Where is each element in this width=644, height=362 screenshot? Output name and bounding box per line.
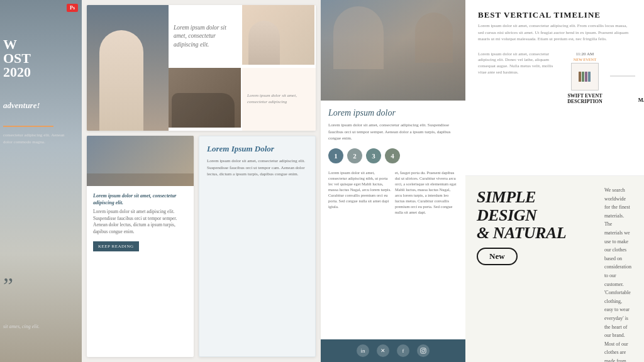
newsletter-col2: et, fauget porta du. Praesent dapibus du… bbox=[395, 170, 458, 326]
ps-badge: Ps bbox=[67, 4, 78, 12]
design-body-text: We search worldwide for the finest mater… bbox=[604, 186, 631, 362]
design-section: SIMPLE DESIGN& NATURAL New We search wor… bbox=[465, 176, 644, 362]
card-bottom-row: Lorem ipsum dolor sit amet, consectetur … bbox=[87, 136, 316, 357]
svg-rect-5 bbox=[585, 72, 587, 82]
event1-time: 11:20 AM bbox=[576, 52, 594, 57]
left-body: consectetur adipiscing elit. Aenean dolo… bbox=[3, 132, 72, 145]
timeline-title: BEST VERTICAL TIMELINE bbox=[478, 10, 631, 20]
left-panel-title: WOST2020 bbox=[3, 38, 31, 79]
lorem-card-body: Lorem ipsum dolor sit amet, consectetur … bbox=[207, 158, 308, 178]
left-divider bbox=[3, 126, 53, 127]
left-tagline: adventure! bbox=[3, 101, 40, 111]
design-heading: SIMPLE DESIGN& NATURAL bbox=[477, 189, 580, 243]
timeline-layout: Lorem ipsum dolor sit amet, consectetur … bbox=[478, 52, 631, 170]
blog-body: Lorem ipsum dolor sit amet adipiscing el… bbox=[93, 209, 187, 235]
event1-new: NEW EVENT bbox=[574, 58, 596, 62]
timeline-event2-col: 5:40 PM NEW EVENT MAJOR EVENT NAME HERE bbox=[635, 52, 644, 109]
card-top-text-block-2: Lorem ipsum dolor sit amet, consectetur … bbox=[242, 68, 316, 131]
card-lorem: Lorem Ipsum Dolor Lorem ipsum dolor sit … bbox=[199, 136, 316, 357]
twitter-icon[interactable]: ✕ bbox=[377, 344, 389, 357]
newsletter-title: Lorem ipsum dolor bbox=[328, 108, 458, 118]
card-top-photo-2 bbox=[242, 5, 314, 65]
timeline-left-desc: Lorem ipsum dolor sit amet, consectetur … bbox=[478, 52, 555, 76]
timeline-event1-col: 11:20 AM NEW EVENT SWIFT EVENT DESCRIPTI… bbox=[560, 52, 610, 105]
newsletter-numbers: 1 2 3 4 bbox=[328, 148, 458, 163]
card-lorem-block: Lorem ipsum dolor sit amet, consectetur … bbox=[169, 5, 242, 68]
left-quote: ” bbox=[3, 273, 13, 299]
card-top-photo bbox=[87, 5, 169, 131]
card-top: Lorem ipsum dolor sit amet, consectetur … bbox=[87, 5, 316, 131]
event1-icon-box bbox=[571, 63, 599, 90]
linkedin-icon[interactable]: in bbox=[357, 344, 369, 357]
middle-section: Lorem ipsum dolor sit amet, consectetur … bbox=[82, 0, 321, 362]
newsletter-footer: in ✕ f bbox=[321, 339, 465, 362]
card-top-content: Lorem ipsum dolor sit amet, consectetur … bbox=[169, 5, 316, 131]
num-4: 4 bbox=[385, 148, 400, 163]
svg-rect-6 bbox=[588, 72, 591, 82]
left-bottom-text: sit ames, cing elit. bbox=[3, 323, 40, 331]
right-panel: BEST VERTICAL TIMELINE Lorem ipsum dolor… bbox=[465, 0, 644, 362]
design-body-block: We search worldwide for the finest mater… bbox=[592, 176, 644, 362]
newsletter-subtitle: Lorem ipsum dolor sit amet, consectetur … bbox=[328, 122, 458, 142]
svg-rect-3 bbox=[579, 72, 581, 82]
timeline-left-text: Lorem ipsum dolor sit amet, consectetur … bbox=[478, 52, 560, 76]
connector1 bbox=[610, 75, 635, 77]
timeline-section: BEST VERTICAL TIMELINE Lorem ipsum dolor… bbox=[465, 0, 644, 176]
svg-point-1 bbox=[422, 349, 425, 352]
newsletter-panel: Lorem ipsum dolor Lorem ipsum dolor sit … bbox=[321, 0, 465, 362]
newsletter-col1: Lorem ipsum dolor sit amet, consectetur … bbox=[328, 170, 391, 326]
timeline-intro: Lorem ipsum dolor sit amet, consectetur … bbox=[478, 23, 631, 43]
svg-point-2 bbox=[425, 349, 425, 349]
card-top-text: Lorem ipsum dolor sit amet, consectetur … bbox=[174, 24, 237, 49]
books-icon bbox=[577, 69, 592, 84]
newsletter-hero bbox=[321, 0, 465, 101]
left-panel: WOST2020 adventure! consectetur adipisci… bbox=[0, 0, 82, 362]
newsletter-body: Lorem ipsum dolor Lorem ipsum dolor sit … bbox=[321, 101, 465, 339]
num-3: 3 bbox=[366, 148, 381, 163]
lorem-card-title: Lorem Ipsum Dolor bbox=[207, 144, 308, 154]
num-2: 2 bbox=[347, 148, 362, 163]
design-text-block: SIMPLE DESIGN& NATURAL New bbox=[465, 176, 592, 362]
svg-rect-4 bbox=[582, 72, 584, 82]
svg-rect-0 bbox=[421, 348, 426, 353]
event2-name: MAJOR EVENT NAME HERE bbox=[635, 97, 644, 109]
card-top-photo-dog bbox=[169, 68, 241, 128]
num-1: 1 bbox=[328, 148, 343, 163]
blog-text: Lorem ipsum dolor sit amet, consectetur … bbox=[87, 186, 194, 258]
instagram-icon[interactable] bbox=[417, 344, 430, 357]
keep-reading-button[interactable]: KEEP READING bbox=[93, 241, 139, 251]
newsletter-cols: Lorem ipsum dolor sit amet, consectetur … bbox=[328, 170, 458, 326]
facebook-icon[interactable]: f bbox=[397, 344, 409, 357]
event1-name: SWIFT EVENT DESCRIPTION bbox=[560, 93, 610, 105]
card-top-text-2: Lorem ipsum dolor sit amet, consectetur … bbox=[247, 93, 311, 106]
blog-photo bbox=[87, 136, 194, 186]
new-badge[interactable]: New bbox=[477, 248, 518, 265]
card-blog: Lorem ipsum dolor sit amet, consectetur … bbox=[87, 136, 194, 357]
